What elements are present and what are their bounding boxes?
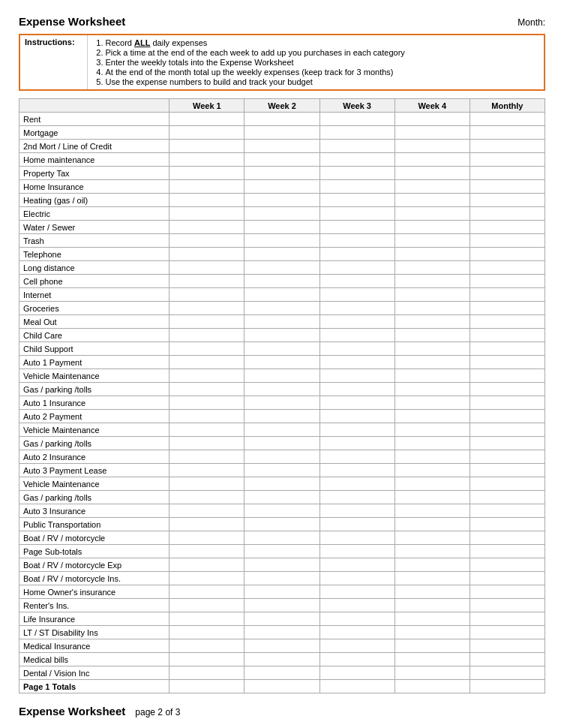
data-cell[interactable] <box>244 666 320 680</box>
data-cell[interactable] <box>170 626 244 639</box>
data-cell[interactable] <box>244 113 320 126</box>
data-cell[interactable] <box>394 329 470 342</box>
data-cell[interactable] <box>394 396 470 410</box>
data-cell[interactable] <box>470 140 544 153</box>
data-cell[interactable] <box>320 491 394 504</box>
data-cell[interactable] <box>170 396 244 410</box>
data-cell[interactable] <box>320 126 394 140</box>
data-cell[interactable] <box>394 437 470 450</box>
data-cell[interactable] <box>470 369 544 383</box>
data-cell[interactable] <box>320 234 394 248</box>
data-cell[interactable] <box>320 275 394 288</box>
data-cell[interactable] <box>470 572 544 585</box>
data-cell[interactable] <box>320 518 394 531</box>
data-cell[interactable] <box>244 518 320 531</box>
data-cell[interactable] <box>170 261 244 275</box>
data-cell[interactable] <box>470 180 544 194</box>
data-cell[interactable] <box>470 612 544 626</box>
data-cell[interactable] <box>394 410 470 423</box>
data-cell[interactable] <box>170 140 244 153</box>
data-cell[interactable] <box>470 464 544 477</box>
data-cell[interactable] <box>320 464 394 477</box>
data-cell[interactable] <box>320 302 394 315</box>
data-cell[interactable] <box>320 666 394 680</box>
data-cell[interactable] <box>244 167 320 180</box>
data-cell[interactable] <box>320 207 394 221</box>
data-cell[interactable] <box>170 194 244 207</box>
data-cell[interactable] <box>170 666 244 680</box>
data-cell[interactable] <box>244 396 320 410</box>
data-cell[interactable] <box>244 207 320 221</box>
data-cell[interactable] <box>320 248 394 261</box>
data-cell[interactable] <box>170 531 244 545</box>
data-cell[interactable] <box>170 423 244 437</box>
data-cell[interactable] <box>244 585 320 599</box>
data-cell[interactable] <box>394 221 470 234</box>
data-cell[interactable] <box>470 234 544 248</box>
data-cell[interactable] <box>244 531 320 545</box>
data-cell[interactable] <box>170 437 244 450</box>
data-cell[interactable] <box>170 369 244 383</box>
data-cell[interactable] <box>170 275 244 288</box>
data-cell[interactable] <box>170 612 244 626</box>
data-cell[interactable] <box>470 639 544 653</box>
data-cell[interactable] <box>470 167 544 180</box>
data-cell[interactable] <box>170 302 244 315</box>
data-cell[interactable] <box>470 680 544 693</box>
data-cell[interactable] <box>320 612 394 626</box>
data-cell[interactable] <box>394 504 470 518</box>
data-cell[interactable] <box>394 342 470 356</box>
data-cell[interactable] <box>320 450 394 464</box>
data-cell[interactable] <box>244 383 320 396</box>
data-cell[interactable] <box>394 423 470 437</box>
data-cell[interactable] <box>320 383 394 396</box>
data-cell[interactable] <box>394 626 470 639</box>
data-cell[interactable] <box>170 113 244 126</box>
data-cell[interactable] <box>470 396 544 410</box>
data-cell[interactable] <box>244 194 320 207</box>
data-cell[interactable] <box>470 329 544 342</box>
data-cell[interactable] <box>470 221 544 234</box>
data-cell[interactable] <box>394 558 470 572</box>
data-cell[interactable] <box>394 639 470 653</box>
data-cell[interactable] <box>320 680 394 693</box>
data-cell[interactable] <box>320 396 394 410</box>
data-cell[interactable] <box>470 113 544 126</box>
data-cell[interactable] <box>470 410 544 423</box>
data-cell[interactable] <box>394 167 470 180</box>
data-cell[interactable] <box>170 680 244 693</box>
data-cell[interactable] <box>320 288 394 302</box>
data-cell[interactable] <box>244 450 320 464</box>
data-cell[interactable] <box>244 599 320 612</box>
data-cell[interactable] <box>394 545 470 558</box>
data-cell[interactable] <box>394 450 470 464</box>
data-cell[interactable] <box>394 612 470 626</box>
data-cell[interactable] <box>244 572 320 585</box>
data-cell[interactable] <box>244 356 320 369</box>
data-cell[interactable] <box>170 342 244 356</box>
data-cell[interactable] <box>320 599 394 612</box>
data-cell[interactable] <box>320 180 394 194</box>
data-cell[interactable] <box>470 302 544 315</box>
data-cell[interactable] <box>244 545 320 558</box>
data-cell[interactable] <box>320 261 394 275</box>
data-cell[interactable] <box>320 477 394 491</box>
data-cell[interactable] <box>394 383 470 396</box>
data-cell[interactable] <box>394 531 470 545</box>
data-cell[interactable] <box>394 113 470 126</box>
data-cell[interactable] <box>394 302 470 315</box>
data-cell[interactable] <box>244 275 320 288</box>
data-cell[interactable] <box>470 261 544 275</box>
data-cell[interactable] <box>244 423 320 437</box>
data-cell[interactable] <box>244 653 320 666</box>
data-cell[interactable] <box>470 599 544 612</box>
data-cell[interactable] <box>244 153 320 167</box>
data-cell[interactable] <box>394 153 470 167</box>
data-cell[interactable] <box>394 518 470 531</box>
data-cell[interactable] <box>470 423 544 437</box>
data-cell[interactable] <box>320 437 394 450</box>
data-cell[interactable] <box>244 437 320 450</box>
data-cell[interactable] <box>244 477 320 491</box>
data-cell[interactable] <box>470 275 544 288</box>
data-cell[interactable] <box>170 153 244 167</box>
